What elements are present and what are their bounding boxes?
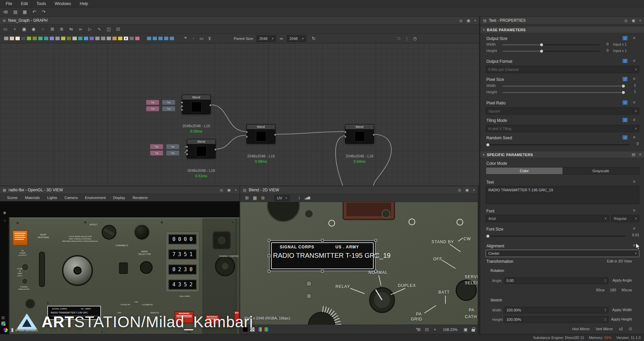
expose-parameter-icon[interactable]: f [623, 59, 628, 63]
stretch-width-input[interactable]: 100.00% ▴▾ [504, 307, 608, 313]
size-link-icon[interactable]: ∞ [279, 35, 284, 42]
x2-button[interactable]: x2 [619, 327, 623, 331]
graph-canvas[interactable]: Txt Trs Txt Trs Txt Trs Txt Trs Blend [0, 43, 479, 186]
camera-icon[interactable]: ◉ [1, 209, 9, 216]
slider-handle[interactable] [622, 91, 625, 94]
pan-tool-icon[interactable]: + [11, 26, 19, 33]
dot-node-icon[interactable]: ◦ [190, 35, 198, 42]
expose-parameter-icon[interactable]: f [623, 77, 628, 81]
dock-grid-icon[interactable]: ⊞ [1, 315, 5, 320]
atomic-gradient-palette-icon[interactable] [164, 36, 169, 41]
parameter-menu-icon[interactable]: ≡ [639, 152, 641, 157]
pixel-width-value[interactable]: 1 [627, 83, 636, 87]
shape-palette-icon[interactable] [15, 36, 20, 41]
parameter-menu-icon[interactable]: ≡ [633, 36, 635, 40]
curvature-palette-icon[interactable] [135, 36, 140, 41]
text-node[interactable]: Txt [150, 150, 163, 156]
menu-tools[interactable]: Tools [32, 0, 50, 7]
align-icon[interactable]: ≣ [58, 26, 66, 33]
bg-black-icon[interactable] [243, 327, 248, 332]
lock-icon[interactable] [472, 329, 475, 332]
gradient-icon[interactable] [9, 328, 13, 332]
parameter-menu-icon[interactable]: ≡ [633, 77, 635, 81]
colorspace-label[interactable]: sRGB (default) [15, 328, 38, 332]
view3d-viewport[interactable]: ◉ ○ [0, 201, 239, 334]
spline-links-icon[interactable]: ∿ [95, 26, 103, 33]
menu-scene[interactable]: Scene [3, 196, 21, 200]
focus-icon[interactable]: ◉ [30, 26, 38, 33]
output-width-value[interactable]: 0 [600, 42, 608, 46]
font-family-select[interactable]: Arial▾ [486, 215, 609, 222]
slider-handle[interactable] [622, 84, 625, 88]
gradient-palette-icon[interactable] [9, 36, 14, 41]
font-style-select[interactable]: Regular▾ [611, 215, 639, 222]
apply-width-button[interactable]: Apply Width [612, 308, 632, 312]
comment-icon[interactable]: ❝ [181, 35, 190, 42]
directional-warp-palette-icon[interactable] [49, 36, 54, 41]
input-connector[interactable] [181, 101, 183, 104]
redo-menu-icon[interactable]: ▾ [2, 9, 5, 15]
rotate-90ccw-button[interactable]: 90ccw [622, 288, 632, 292]
grayscale-conversion-palette-icon[interactable] [72, 36, 77, 41]
stretch-height-input[interactable]: 100.00% ▴▾ [504, 316, 608, 323]
text-plate[interactable]: SIGNAL CORPS US . ARMY RADIO TRANSMITTER… [269, 240, 376, 271]
curve-palette-icon[interactable] [44, 36, 49, 41]
close-icon[interactable]: × [235, 188, 237, 192]
specific-parameters-header[interactable]: ▾ SPECIFIC PARAMETERS ▤≡ [480, 151, 644, 158]
div2-button[interactable]: /2 [629, 327, 632, 331]
input-connector[interactable] [186, 149, 188, 152]
timings-icon[interactable]: ◷ [411, 35, 419, 42]
atomic-blend-palette-icon[interactable] [152, 36, 157, 41]
slider-handle[interactable] [540, 43, 543, 47]
light-icon[interactable]: ○ [1, 217, 9, 224]
atomic-transform2d-palette-icon[interactable] [147, 36, 152, 41]
float-window-icon[interactable]: ▣ [467, 18, 470, 23]
actual-zoom-icon[interactable]: + [431, 326, 439, 333]
menu-windows[interactable]: Windows [50, 0, 75, 7]
slider-handle[interactable] [486, 234, 490, 238]
float-window-icon[interactable]: ▣ [227, 188, 230, 192]
distance-palette-icon[interactable] [55, 36, 60, 41]
graph-panel-titlebar[interactable]: ⊞ New_Graph - GRAPH ◎ ▣ × [0, 17, 479, 25]
preset-icon[interactable]: ▤ [632, 152, 635, 157]
compute-icon[interactable]: ▷ [86, 26, 94, 33]
selection-handle[interactable] [268, 239, 270, 242]
selection-handle[interactable] [268, 254, 270, 257]
menu-display[interactable]: Display [109, 196, 129, 200]
frame-node-icon[interactable]: ▭ [198, 35, 206, 42]
input-connector[interactable] [181, 109, 183, 111]
input-connector[interactable] [181, 105, 183, 107]
fullscreen-icon[interactable]: ▣ [462, 326, 470, 333]
frame-all-icon[interactable]: ⊡ [114, 26, 122, 33]
menu-materials[interactable]: Materials [21, 196, 44, 200]
pixel-width-slider[interactable] [502, 86, 625, 87]
random-seed-value[interactable]: 0 [629, 142, 639, 146]
float-window-icon[interactable]: ▣ [465, 188, 469, 192]
parameter-menu-icon[interactable]: ≡ [633, 208, 635, 212]
selection-handle[interactable] [321, 239, 324, 242]
graph-options-icon[interactable]: ⋮ [403, 35, 411, 42]
pin-icon[interactable]: ◎ [460, 18, 463, 23]
selection-handle[interactable] [321, 270, 324, 273]
color-mode-color[interactable]: Color [486, 167, 562, 174]
histogram-icon[interactable]: ▂▅▇ [303, 194, 311, 202]
edit-in-2d-view-button[interactable]: Edit in 2D View [607, 259, 632, 263]
menu-edit[interactable]: Edit [16, 0, 32, 7]
undo-icon[interactable]: ↶ [30, 8, 38, 16]
normal-palette-icon[interactable] [89, 36, 94, 41]
pixel-height-slider[interactable] [502, 92, 625, 93]
font-size-slider[interactable] [486, 236, 625, 237]
output-height-slider[interactable] [502, 51, 600, 52]
close-icon[interactable]: × [473, 188, 475, 192]
rotate-180-button[interactable]: 180 [610, 288, 616, 292]
input-connector[interactable] [344, 131, 346, 133]
link-create-icon[interactable]: ∞ [76, 26, 85, 33]
bitmap-palette-icon[interactable] [4, 36, 9, 41]
expose-parameter-icon[interactable]: f [623, 118, 628, 122]
parameter-menu-icon[interactable]: ≡ [633, 180, 635, 184]
output-height-value[interactable]: 0 [600, 48, 608, 52]
stepper-arrows[interactable]: ▴▾ [605, 308, 606, 312]
blend-node-2[interactable]: Blend [187, 139, 216, 158]
transform-node[interactable]: Trs [162, 100, 175, 105]
marquee-select-icon[interactable]: ▭ [1, 26, 9, 33]
